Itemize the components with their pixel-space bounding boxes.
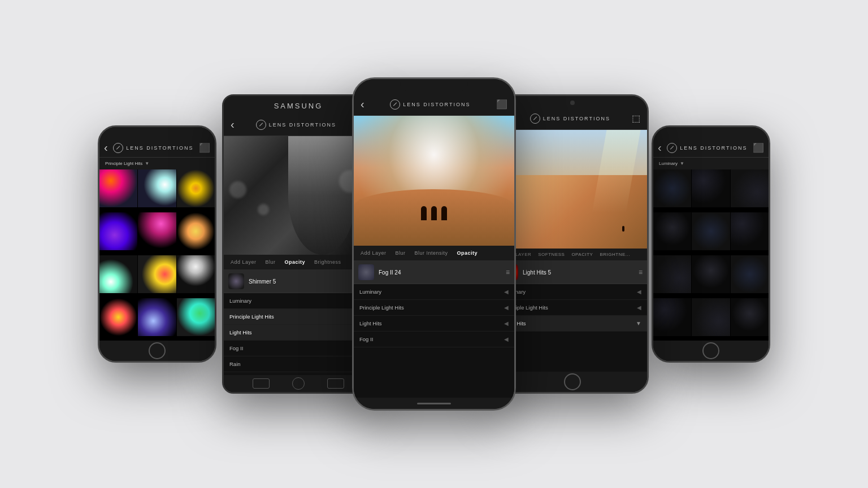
action-btn-left1[interactable]: ⬛ — [199, 142, 210, 153]
menu-item-lighthits-center[interactable]: Light Hits ◀ — [354, 316, 514, 332]
dropdown-left1[interactable]: Principle Light Hits ▼ — [105, 161, 149, 166]
menu-list-right1: Luminary ◀ Principle Light Hits ◀ Light … — [498, 284, 647, 372]
toolbar-right1: ADD LAYER SOFTNESS OPACITY BRIGHTNE... — [498, 249, 647, 261]
grid-cell-d6[interactable] — [731, 212, 769, 250]
menu-arrow-luminary-center: ◀ — [504, 289, 509, 295]
action-btn-right1[interactable]: ⬚ — [632, 113, 640, 124]
silhouette-3 — [441, 206, 447, 220]
brand-center: LENS DISTORTIONS — [390, 99, 470, 110]
toolbar-brightness-right1[interactable]: BRIGHTNE... — [597, 251, 632, 258]
samsung-back-btn[interactable] — [253, 378, 270, 389]
shimmer-thumb — [228, 273, 244, 289]
back-button-samsung[interactable]: ‹ — [231, 118, 235, 131]
app-header-right2: ‹ LENS DISTORTIONS ⬛ — [653, 138, 769, 158]
grid-cell-10[interactable] — [99, 298, 137, 336]
menu-item-principle-right1[interactable]: Principle Light Hits ◀ — [498, 300, 647, 316]
grid-cell-d5[interactable] — [692, 212, 730, 250]
toolbar-blur-intensity-center[interactable]: Blur Intensity — [413, 249, 450, 257]
status-bar-left1 — [99, 127, 215, 138]
scene: ‹ LENS DISTORTIONS ⬛ Principle Light Hit… — [0, 0, 868, 488]
grid-cell-d4[interactable] — [653, 212, 691, 250]
grid-cell-d1[interactable] — [653, 169, 691, 207]
grid-cell-12[interactable] — [177, 298, 215, 336]
grid-cell-4[interactable] — [99, 212, 137, 250]
samsung-home-btn[interactable] — [292, 377, 305, 390]
menu-label-lighthits-samsung: Light Hits — [229, 329, 252, 336]
toolbar-add-layer-samsung[interactable]: Add Layer — [228, 258, 259, 266]
grid-cell-d11[interactable] — [692, 298, 730, 336]
menu-item-luminary-center[interactable]: Luminary ◀ — [354, 284, 514, 300]
grid-cell-3[interactable] — [177, 169, 215, 207]
menu-item-principle-samsung[interactable]: Principle Light Hits ◀ — [224, 309, 373, 325]
grid-cell-d12[interactable] — [731, 298, 769, 336]
grid-cell-8[interactable] — [138, 255, 176, 293]
grid-cell-d9[interactable] — [731, 255, 769, 293]
home-button-left1[interactable] — [149, 342, 166, 359]
grid-cell-d3[interactable] — [731, 169, 769, 207]
home-button-right1[interactable] — [564, 373, 581, 390]
toolbar-add-layer-center[interactable]: Add Layer — [358, 249, 389, 257]
menu-arrow-fog-center: ◀ — [504, 336, 509, 342]
silhouettes — [421, 206, 447, 220]
app-header-left1: ‹ LENS DISTORTIONS ⬛ — [99, 138, 215, 158]
brand-text-left1: LENS DISTORTIONS — [126, 145, 193, 151]
toolbar-blur-samsung[interactable]: Blur — [263, 258, 278, 266]
layer-name-right1: Light Hits 5 — [523, 269, 639, 276]
layer-name-center: Fog II 24 — [379, 269, 506, 276]
back-button-center[interactable]: ‹ — [361, 98, 364, 111]
menu-item-fog-samsung[interactable]: Fog II ◀ — [224, 341, 373, 356]
grid-cell-d2[interactable] — [692, 169, 730, 207]
dropdown-right2[interactable]: Luminary ▼ — [659, 161, 684, 166]
sand-scene — [498, 130, 647, 249]
layer-menu-icon-right1[interactable]: ≡ — [639, 268, 643, 276]
menu-label-luminary-center: Luminary — [359, 289, 381, 295]
toolbar-opacity-samsung[interactable]: Opacity — [283, 258, 308, 266]
grid-right2 — [653, 169, 769, 341]
back-button-left1[interactable]: ‹ — [104, 141, 108, 154]
bokeh-1 — [229, 181, 246, 198]
toolbar-opacity-center[interactable]: Opacity — [455, 249, 480, 257]
dropdown-arrow-right2: ▼ — [680, 161, 684, 166]
brand-icon-samsung — [256, 120, 266, 130]
grid-cell-2[interactable] — [138, 169, 176, 207]
brand-left1: LENS DISTORTIONS — [113, 143, 193, 153]
toolbar-brightness-samsung[interactable]: Brightness — [312, 258, 344, 266]
grid-cell-d10[interactable] — [653, 298, 691, 336]
menu-item-rain-samsung[interactable]: Rain ◀ — [224, 356, 373, 372]
grid-cell-9[interactable] — [177, 255, 215, 293]
home-button-right2[interactable] — [702, 342, 719, 359]
grid-cell-d7[interactable] — [653, 255, 691, 293]
menu-item-luminary-right1[interactable]: Luminary ◀ — [498, 284, 647, 300]
menu-item-principle-center[interactable]: Principle Light Hits ◀ — [354, 300, 514, 316]
toolbar-blur-center[interactable]: Blur — [393, 249, 408, 257]
brand-right2: LENS DISTORTIONS — [667, 143, 747, 153]
grid-cell-1[interactable] — [99, 169, 137, 207]
home-indicator-right1 — [498, 372, 647, 392]
status-bar-right2 — [653, 127, 769, 138]
phone-right1: ‹ LENS DISTORTIONS ⬚ ADD LAYER SOFTNESS … — [496, 94, 649, 394]
menu-list-center: Luminary ◀ Principle Light Hits ◀ Light … — [354, 284, 514, 398]
brand-text-center: LENS DISTORTIONS — [403, 102, 470, 107]
samsung-recent-btn[interactable] — [327, 378, 344, 389]
grid-cell-7[interactable] — [99, 255, 137, 293]
layer-menu-icon-center[interactable]: ≡ — [506, 268, 510, 276]
menu-item-fog-center[interactable]: Fog II ◀ — [354, 332, 514, 347]
grid-cell-d8[interactable] — [692, 255, 730, 293]
back-button-right2[interactable]: ‹ — [658, 141, 662, 154]
menu-label-luminary-samsung: Luminary — [229, 298, 251, 304]
grid-cell-5[interactable] — [138, 212, 176, 250]
toolbar-opacity-right1[interactable]: OPACITY — [569, 251, 595, 258]
toolbar-softness-right1[interactable]: SOFTNESS — [536, 251, 567, 258]
brand-icon-left1 — [113, 143, 123, 153]
grid-cell-11[interactable] — [138, 298, 176, 336]
grid-cell-6[interactable] — [177, 212, 215, 250]
silhouette-2 — [431, 206, 437, 220]
toolbar-center: Add Layer Blur Blur Intensity Opacity — [354, 246, 514, 261]
desert-scene — [354, 116, 514, 246]
menu-item-lighthits-right1[interactable]: Light Hits ▼ — [498, 316, 647, 332]
menu-arrow-principle-center: ◀ — [504, 304, 509, 311]
action-btn-right2[interactable]: ⬛ — [753, 142, 764, 153]
menu-item-lighthits-samsung[interactable]: Light Hits ◀ — [224, 325, 373, 341]
menu-item-luminary-samsung[interactable]: Luminary ◀ — [224, 293, 373, 309]
action-btn-center[interactable]: ⬛ — [496, 99, 507, 110]
